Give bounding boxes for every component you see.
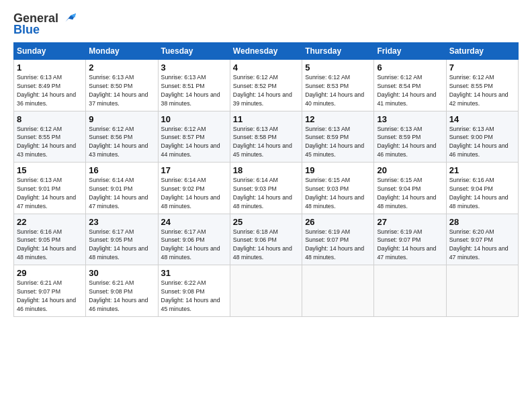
day-number: 30	[89, 268, 154, 278]
day-info: Sunrise: 6:13 AMSunset: 8:58 PMDaylight:…	[233, 126, 292, 158]
day-info: Sunrise: 6:13 AMSunset: 8:49 PMDaylight:…	[17, 74, 76, 107]
day-info: Sunrise: 6:12 AMSunset: 8:53 PMDaylight:…	[305, 74, 364, 107]
day-info: Sunrise: 6:13 AMSunset: 8:59 PMDaylight:…	[377, 126, 436, 158]
day-info: Sunrise: 6:18 AMSunset: 9:06 PMDaylight:…	[233, 228, 292, 261]
day-info: Sunrise: 6:13 AMSunset: 8:50 PMDaylight:…	[89, 74, 148, 107]
day-number: 26	[305, 217, 371, 227]
day-info: Sunrise: 6:14 AMSunset: 9:03 PMDaylight:…	[233, 177, 292, 210]
logo: General Blue	[13, 11, 76, 37]
day-number: 4	[233, 62, 299, 73]
calendar-cell: 6 Sunrise: 6:12 AMSunset: 8:54 PMDayligh…	[374, 60, 446, 111]
calendar-cell: 11 Sunrise: 6:13 AMSunset: 8:58 PMDaylig…	[230, 111, 302, 163]
calendar-cell: 24 Sunrise: 6:17 AMSunset: 9:06 PMDaylig…	[158, 214, 230, 265]
day-info: Sunrise: 6:15 AMSunset: 9:03 PMDaylight:…	[305, 177, 364, 210]
day-number: 22	[17, 217, 83, 227]
day-info: Sunrise: 6:20 AMSunset: 9:07 PMDaylight:…	[449, 228, 508, 261]
day-info: Sunrise: 6:13 AMSunset: 9:00 PMDaylight:…	[449, 126, 508, 158]
calendar-cell: 20 Sunrise: 6:15 AMSunset: 9:04 PMDaylig…	[374, 163, 446, 214]
calendar-week-1: 1 Sunrise: 6:13 AMSunset: 8:49 PMDayligh…	[14, 60, 519, 111]
day-info: Sunrise: 6:14 AMSunset: 9:02 PMDaylight:…	[161, 177, 220, 210]
day-number: 9	[89, 114, 154, 124]
day-number: 18	[233, 165, 299, 175]
day-number: 7	[449, 62, 515, 73]
day-number: 25	[233, 217, 299, 227]
calendar-cell: 3 Sunrise: 6:13 AMSunset: 8:51 PMDayligh…	[158, 60, 230, 111]
calendar-cell: 31 Sunrise: 6:22 AMSunset: 9:08 PMDaylig…	[158, 265, 230, 317]
calendar-body: 1 Sunrise: 6:13 AMSunset: 8:49 PMDayligh…	[14, 60, 519, 317]
day-number: 23	[89, 217, 154, 227]
day-number: 15	[17, 165, 83, 175]
calendar-cell: 5 Sunrise: 6:12 AMSunset: 8:53 PMDayligh…	[302, 60, 374, 111]
day-number: 8	[17, 114, 83, 124]
col-saturday: Saturday	[446, 43, 518, 60]
day-number: 19	[305, 165, 371, 175]
day-info: Sunrise: 6:12 AMSunset: 8:57 PMDaylight:…	[161, 126, 220, 158]
day-info: Sunrise: 6:17 AMSunset: 9:05 PMDaylight:…	[89, 228, 148, 261]
day-info: Sunrise: 6:13 AMSunset: 9:01 PMDaylight:…	[17, 177, 76, 210]
calendar-cell: 9 Sunrise: 6:12 AMSunset: 8:56 PMDayligh…	[86, 111, 158, 163]
day-info: Sunrise: 6:14 AMSunset: 9:01 PMDaylight:…	[89, 177, 148, 210]
calendar-cell: 17 Sunrise: 6:14 AMSunset: 9:02 PMDaylig…	[158, 163, 230, 214]
calendar-header: Sunday Monday Tuesday Wednesday Thursday…	[14, 43, 519, 60]
day-number: 13	[377, 114, 443, 124]
day-info: Sunrise: 6:21 AMSunset: 9:08 PMDaylight:…	[89, 279, 148, 312]
calendar-cell: 4 Sunrise: 6:12 AMSunset: 8:52 PMDayligh…	[230, 60, 302, 111]
calendar-cell: 16 Sunrise: 6:14 AMSunset: 9:01 PMDaylig…	[86, 163, 158, 214]
day-number: 31	[161, 268, 227, 278]
logo-bird-icon	[61, 11, 76, 26]
calendar-cell: 8 Sunrise: 6:12 AMSunset: 8:55 PMDayligh…	[14, 111, 86, 163]
day-number: 3	[161, 62, 227, 73]
calendar-table: Sunday Monday Tuesday Wednesday Thursday…	[13, 42, 519, 317]
calendar-cell: 29 Sunrise: 6:21 AMSunset: 9:07 PMDaylig…	[14, 265, 86, 317]
day-number: 24	[161, 217, 227, 227]
day-info: Sunrise: 6:12 AMSunset: 8:54 PMDaylight:…	[377, 74, 436, 107]
header-row: Sunday Monday Tuesday Wednesday Thursday…	[14, 43, 519, 60]
calendar-cell: 22 Sunrise: 6:16 AMSunset: 9:05 PMDaylig…	[14, 214, 86, 265]
calendar-cell	[302, 265, 374, 317]
day-info: Sunrise: 6:22 AMSunset: 9:08 PMDaylight:…	[161, 279, 220, 312]
calendar-cell: 15 Sunrise: 6:13 AMSunset: 9:01 PMDaylig…	[14, 163, 86, 214]
day-number: 28	[449, 217, 515, 227]
day-number: 6	[377, 62, 443, 73]
day-info: Sunrise: 6:16 AMSunset: 9:04 PMDaylight:…	[449, 177, 508, 210]
day-number: 14	[449, 114, 515, 124]
calendar-week-4: 22 Sunrise: 6:16 AMSunset: 9:05 PMDaylig…	[14, 214, 519, 265]
day-number: 16	[89, 165, 154, 175]
calendar-cell	[374, 265, 446, 317]
day-number: 12	[305, 114, 371, 124]
col-tuesday: Tuesday	[158, 43, 230, 60]
logo-blue-text: Blue	[13, 23, 40, 37]
calendar-cell: 28 Sunrise: 6:20 AMSunset: 9:07 PMDaylig…	[446, 214, 518, 265]
day-number: 27	[377, 217, 443, 227]
calendar-cell: 21 Sunrise: 6:16 AMSunset: 9:04 PMDaylig…	[446, 163, 518, 214]
calendar-cell: 25 Sunrise: 6:18 AMSunset: 9:06 PMDaylig…	[230, 214, 302, 265]
day-info: Sunrise: 6:12 AMSunset: 8:55 PMDaylight:…	[449, 74, 508, 107]
header: General Blue	[13, 11, 519, 37]
col-monday: Monday	[86, 43, 158, 60]
calendar-week-2: 8 Sunrise: 6:12 AMSunset: 8:55 PMDayligh…	[14, 111, 519, 163]
day-number: 11	[233, 114, 299, 124]
day-info: Sunrise: 6:17 AMSunset: 9:06 PMDaylight:…	[161, 228, 220, 261]
day-info: Sunrise: 6:19 AMSunset: 9:07 PMDaylight:…	[377, 228, 436, 261]
day-info: Sunrise: 6:12 AMSunset: 8:52 PMDaylight:…	[233, 74, 292, 107]
day-number: 20	[377, 165, 443, 175]
calendar-cell: 18 Sunrise: 6:14 AMSunset: 9:03 PMDaylig…	[230, 163, 302, 214]
day-number: 29	[17, 268, 83, 278]
day-info: Sunrise: 6:12 AMSunset: 8:56 PMDaylight:…	[89, 126, 148, 158]
calendar-cell: 19 Sunrise: 6:15 AMSunset: 9:03 PMDaylig…	[302, 163, 374, 214]
page: General Blue Sunday Monday Tuesday Wedne…	[0, 0, 532, 411]
calendar-week-3: 15 Sunrise: 6:13 AMSunset: 9:01 PMDaylig…	[14, 163, 519, 214]
calendar-cell	[230, 265, 302, 317]
calendar-cell: 14 Sunrise: 6:13 AMSunset: 9:00 PMDaylig…	[446, 111, 518, 163]
day-number: 1	[17, 62, 83, 73]
calendar-cell: 1 Sunrise: 6:13 AMSunset: 8:49 PMDayligh…	[14, 60, 86, 111]
day-info: Sunrise: 6:13 AMSunset: 8:59 PMDaylight:…	[305, 126, 364, 158]
calendar-cell: 13 Sunrise: 6:13 AMSunset: 8:59 PMDaylig…	[374, 111, 446, 163]
calendar-cell: 30 Sunrise: 6:21 AMSunset: 9:08 PMDaylig…	[86, 265, 158, 317]
day-info: Sunrise: 6:15 AMSunset: 9:04 PMDaylight:…	[377, 177, 436, 210]
day-info: Sunrise: 6:19 AMSunset: 9:07 PMDaylight:…	[305, 228, 364, 261]
calendar-cell: 27 Sunrise: 6:19 AMSunset: 9:07 PMDaylig…	[374, 214, 446, 265]
calendar-cell: 26 Sunrise: 6:19 AMSunset: 9:07 PMDaylig…	[302, 214, 374, 265]
day-number: 21	[449, 165, 515, 175]
col-thursday: Thursday	[302, 43, 374, 60]
